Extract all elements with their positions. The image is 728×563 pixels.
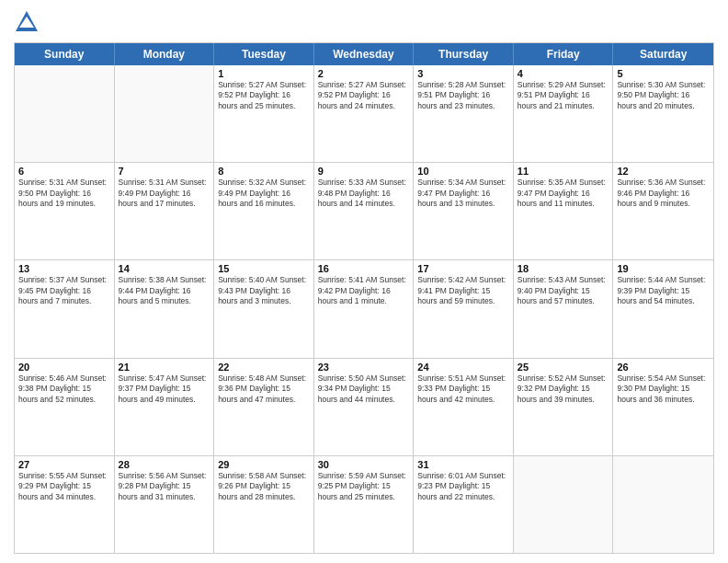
day-number: 6 xyxy=(18,166,110,177)
day-info: Sunrise: 5:31 AM Sunset: 9:50 PM Dayligh… xyxy=(18,178,110,209)
calendar-cell xyxy=(15,65,115,162)
calendar-cell: 25Sunrise: 5:52 AM Sunset: 9:32 PM Dayli… xyxy=(514,359,614,455)
calendar: SundayMondayTuesdayWednesdayThursdayFrid… xyxy=(14,42,714,554)
day-info: Sunrise: 5:43 AM Sunset: 9:40 PM Dayligh… xyxy=(518,275,609,306)
calendar-cell: 29Sunrise: 5:58 AM Sunset: 9:26 PM Dayli… xyxy=(214,456,314,553)
day-info: Sunrise: 5:58 AM Sunset: 9:26 PM Dayligh… xyxy=(218,471,310,502)
day-info: Sunrise: 5:37 AM Sunset: 9:45 PM Dayligh… xyxy=(18,275,110,306)
day-info: Sunrise: 5:44 AM Sunset: 9:39 PM Dayligh… xyxy=(617,275,710,306)
calendar-cell xyxy=(115,65,215,162)
logo xyxy=(14,9,42,35)
calendar-cell: 1Sunrise: 5:27 AM Sunset: 9:52 PM Daylig… xyxy=(214,65,314,162)
calendar-cell: 15Sunrise: 5:40 AM Sunset: 9:43 PM Dayli… xyxy=(214,260,314,357)
calendar-cell: 23Sunrise: 5:50 AM Sunset: 9:34 PM Dayli… xyxy=(314,359,415,455)
calendar-week-2: 6Sunrise: 5:31 AM Sunset: 9:50 PM Daylig… xyxy=(15,163,713,260)
header-day-wednesday: Wednesday xyxy=(314,43,415,65)
calendar-cell: 19Sunrise: 5:44 AM Sunset: 9:39 PM Dayli… xyxy=(613,260,713,357)
day-number: 24 xyxy=(417,362,509,373)
calendar-week-1: 1Sunrise: 5:27 AM Sunset: 9:52 PM Daylig… xyxy=(15,65,713,163)
calendar-body: 1Sunrise: 5:27 AM Sunset: 9:52 PM Daylig… xyxy=(15,65,713,553)
day-number: 22 xyxy=(218,362,310,373)
calendar-header-row: SundayMondayTuesdayWednesdayThursdayFrid… xyxy=(15,43,713,65)
calendar-cell xyxy=(514,456,614,553)
day-number: 26 xyxy=(617,362,710,373)
day-number: 31 xyxy=(417,459,509,470)
header-day-saturday: Saturday xyxy=(613,43,713,65)
day-number: 13 xyxy=(18,263,110,274)
day-number: 7 xyxy=(119,166,210,177)
day-number: 29 xyxy=(218,459,310,470)
day-info: Sunrise: 5:55 AM Sunset: 9:29 PM Dayligh… xyxy=(18,471,110,502)
day-number: 1 xyxy=(218,68,310,79)
header-day-thursday: Thursday xyxy=(414,43,514,65)
calendar-cell: 7Sunrise: 5:31 AM Sunset: 9:49 PM Daylig… xyxy=(115,163,215,259)
day-info: Sunrise: 5:29 AM Sunset: 9:51 PM Dayligh… xyxy=(518,80,609,111)
calendar-cell: 22Sunrise: 5:48 AM Sunset: 9:36 PM Dayli… xyxy=(214,359,314,455)
calendar-cell: 28Sunrise: 5:56 AM Sunset: 9:28 PM Dayli… xyxy=(115,456,215,553)
calendar-cell: 20Sunrise: 5:46 AM Sunset: 9:38 PM Dayli… xyxy=(15,359,115,455)
header-day-sunday: Sunday xyxy=(15,43,115,65)
day-info: Sunrise: 5:38 AM Sunset: 9:44 PM Dayligh… xyxy=(119,275,210,306)
day-number: 20 xyxy=(18,362,110,373)
day-info: Sunrise: 5:52 AM Sunset: 9:32 PM Dayligh… xyxy=(518,373,609,405)
calendar-cell: 6Sunrise: 5:31 AM Sunset: 9:50 PM Daylig… xyxy=(15,163,115,259)
day-info: Sunrise: 5:32 AM Sunset: 9:49 PM Dayligh… xyxy=(218,178,310,209)
day-number: 14 xyxy=(119,263,210,274)
day-number: 11 xyxy=(518,166,609,177)
day-info: Sunrise: 5:33 AM Sunset: 9:48 PM Dayligh… xyxy=(318,178,410,209)
header-day-tuesday: Tuesday xyxy=(214,43,314,65)
calendar-week-4: 20Sunrise: 5:46 AM Sunset: 9:38 PM Dayli… xyxy=(15,359,713,456)
day-number: 25 xyxy=(518,362,609,373)
day-number: 4 xyxy=(518,68,609,79)
calendar-cell: 13Sunrise: 5:37 AM Sunset: 9:45 PM Dayli… xyxy=(15,260,115,357)
page: SundayMondayTuesdayWednesdayThursdayFrid… xyxy=(0,0,728,563)
day-number: 9 xyxy=(318,166,410,177)
day-info: Sunrise: 6:01 AM Sunset: 9:23 PM Dayligh… xyxy=(417,471,509,502)
day-number: 21 xyxy=(119,362,210,373)
day-number: 23 xyxy=(318,362,410,373)
day-info: Sunrise: 5:56 AM Sunset: 9:28 PM Dayligh… xyxy=(119,471,210,502)
day-number: 19 xyxy=(617,263,710,274)
calendar-week-5: 27Sunrise: 5:55 AM Sunset: 9:29 PM Dayli… xyxy=(15,456,713,553)
day-number: 30 xyxy=(318,459,410,470)
calendar-cell: 21Sunrise: 5:47 AM Sunset: 9:37 PM Dayli… xyxy=(115,359,215,455)
day-number: 8 xyxy=(218,166,310,177)
day-info: Sunrise: 5:40 AM Sunset: 9:43 PM Dayligh… xyxy=(218,275,310,306)
day-info: Sunrise: 5:36 AM Sunset: 9:46 PM Dayligh… xyxy=(617,178,710,209)
calendar-cell: 12Sunrise: 5:36 AM Sunset: 9:46 PM Dayli… xyxy=(613,163,713,259)
calendar-cell: 16Sunrise: 5:41 AM Sunset: 9:42 PM Dayli… xyxy=(314,260,415,357)
day-number: 15 xyxy=(218,263,310,274)
calendar-cell: 30Sunrise: 5:59 AM Sunset: 9:25 PM Dayli… xyxy=(314,456,415,553)
day-number: 28 xyxy=(119,459,210,470)
calendar-cell: 14Sunrise: 5:38 AM Sunset: 9:44 PM Dayli… xyxy=(115,260,215,357)
calendar-cell xyxy=(613,456,713,553)
day-number: 18 xyxy=(518,263,609,274)
day-info: Sunrise: 5:34 AM Sunset: 9:47 PM Dayligh… xyxy=(417,178,509,209)
day-info: Sunrise: 5:27 AM Sunset: 9:52 PM Dayligh… xyxy=(218,80,310,111)
day-number: 12 xyxy=(617,166,710,177)
calendar-cell: 11Sunrise: 5:35 AM Sunset: 9:47 PM Dayli… xyxy=(514,163,614,259)
day-number: 2 xyxy=(318,68,410,79)
header-day-monday: Monday xyxy=(115,43,215,65)
day-info: Sunrise: 5:42 AM Sunset: 9:41 PM Dayligh… xyxy=(417,275,509,306)
header xyxy=(14,9,714,35)
day-info: Sunrise: 5:51 AM Sunset: 9:33 PM Dayligh… xyxy=(417,373,509,405)
day-info: Sunrise: 5:28 AM Sunset: 9:51 PM Dayligh… xyxy=(417,80,509,111)
day-info: Sunrise: 5:41 AM Sunset: 9:42 PM Dayligh… xyxy=(318,275,410,306)
day-info: Sunrise: 5:50 AM Sunset: 9:34 PM Dayligh… xyxy=(318,373,410,405)
calendar-cell: 5Sunrise: 5:30 AM Sunset: 9:50 PM Daylig… xyxy=(613,65,713,162)
day-number: 5 xyxy=(617,68,710,79)
calendar-cell: 26Sunrise: 5:54 AM Sunset: 9:30 PM Dayli… xyxy=(613,359,713,455)
calendar-cell: 4Sunrise: 5:29 AM Sunset: 9:51 PM Daylig… xyxy=(514,65,614,162)
calendar-cell: 24Sunrise: 5:51 AM Sunset: 9:33 PM Dayli… xyxy=(414,359,514,455)
calendar-cell: 18Sunrise: 5:43 AM Sunset: 9:40 PM Dayli… xyxy=(514,260,614,357)
day-number: 10 xyxy=(417,166,509,177)
calendar-cell: 27Sunrise: 5:55 AM Sunset: 9:29 PM Dayli… xyxy=(15,456,115,553)
calendar-cell: 2Sunrise: 5:27 AM Sunset: 9:52 PM Daylig… xyxy=(314,65,415,162)
day-info: Sunrise: 5:31 AM Sunset: 9:49 PM Dayligh… xyxy=(119,178,210,209)
calendar-cell: 10Sunrise: 5:34 AM Sunset: 9:47 PM Dayli… xyxy=(414,163,514,259)
calendar-week-3: 13Sunrise: 5:37 AM Sunset: 9:45 PM Dayli… xyxy=(15,260,713,358)
calendar-cell: 8Sunrise: 5:32 AM Sunset: 9:49 PM Daylig… xyxy=(214,163,314,259)
day-info: Sunrise: 5:48 AM Sunset: 9:36 PM Dayligh… xyxy=(218,373,310,405)
day-number: 17 xyxy=(417,263,509,274)
